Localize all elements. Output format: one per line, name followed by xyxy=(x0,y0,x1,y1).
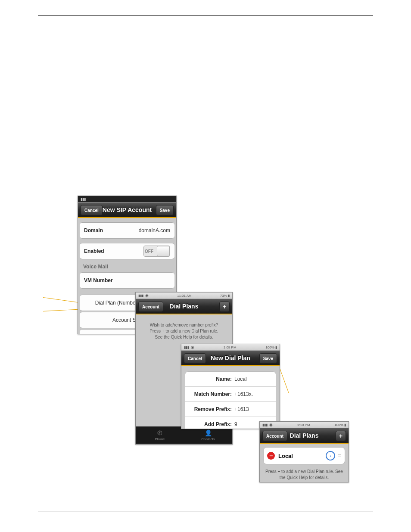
domain-label: Domain xyxy=(84,227,103,233)
contacts-icon: 👤 xyxy=(205,429,212,436)
vm-number-label: VM Number xyxy=(84,277,113,283)
nav-title: Dial Plans xyxy=(290,432,319,439)
disclosure-icon[interactable]: › xyxy=(326,451,335,460)
cancel-button[interactable]: Cancel xyxy=(184,353,206,364)
match-number-value: +1613x. xyxy=(234,391,253,397)
nav-bar: Cancel New Dial Plan Save xyxy=(181,351,280,366)
domain-row[interactable]: Domain domainA.com xyxy=(80,222,174,239)
tab-phone[interactable]: ✆ Phone xyxy=(136,426,184,444)
match-number-label: Match Number: xyxy=(190,391,232,397)
status-bar: ▮▮▮ ◉ 1:10 PM 100% ▮ xyxy=(260,422,349,428)
screen-new-dial-plan: ▮▮▮ ◉ 1:09 PM 100% ▮ Cancel New Dial Pla… xyxy=(181,344,280,429)
wifi-icon: ◉ xyxy=(269,423,273,427)
status-time: 1:09 PM xyxy=(224,345,237,349)
signal-icon: ▮▮▮ xyxy=(262,423,268,427)
reorder-icon[interactable]: ≡ xyxy=(338,452,341,459)
voicemail-section-title: Voice Mail xyxy=(78,260,176,271)
remove-prefix-row[interactable]: Remove Prefix: +1613 xyxy=(185,402,276,417)
nav-title: New Dial Plan xyxy=(211,355,250,361)
footer-divider xyxy=(38,511,373,511)
add-prefix-label: Add Prefix: xyxy=(190,421,232,427)
header-divider xyxy=(38,15,373,16)
add-button[interactable]: + xyxy=(219,302,230,312)
name-label: Name: xyxy=(190,376,232,382)
tab-phone-label: Phone xyxy=(155,437,165,441)
domain-value: domainA.com xyxy=(139,227,170,233)
battery-icon: 100% ▮ xyxy=(334,423,346,427)
status-bar: ▮▮▮ ◉ 11:01 AM 73% ▮ xyxy=(136,292,232,299)
battery-icon: 73% ▮ xyxy=(220,294,230,298)
dial-plan-list-item[interactable]: − Local › ≡ xyxy=(263,447,345,464)
hint-text: Wish to add/remove number prefix? Press … xyxy=(136,314,232,348)
nav-bar: Account Dial Plans + xyxy=(136,299,232,314)
match-number-row[interactable]: Match Number: +1613x. xyxy=(185,387,276,402)
add-prefix-value: 9 xyxy=(234,421,237,427)
hint-text: Press + to add a new Dial Plan rule. See… xyxy=(260,468,349,482)
nav-title: New SIP Account xyxy=(103,206,152,213)
remove-prefix-value: +1613 xyxy=(234,406,249,412)
tab-contacts-label: Contacts xyxy=(201,437,215,441)
back-account-button[interactable]: Account xyxy=(138,302,163,312)
nav-bar: Cancel New SIP Account Save xyxy=(78,202,176,218)
signal-icon: ▮▮▮ xyxy=(184,345,189,349)
signal-icon: ▮▮▮ xyxy=(138,294,143,298)
name-value: Local xyxy=(234,376,247,382)
vm-number-row[interactable]: VM Number xyxy=(80,272,174,289)
status-time: 1:10 PM xyxy=(297,423,310,427)
delete-icon[interactable]: − xyxy=(267,452,275,460)
save-button[interactable]: Save xyxy=(156,205,174,215)
screen-dial-plans-list: ▮▮▮ ◉ 1:10 PM 100% ▮ Account Dial Plans … xyxy=(259,421,349,482)
cancel-button[interactable]: Cancel xyxy=(81,205,103,215)
back-account-button[interactable]: Account xyxy=(262,431,287,441)
status-time: 11:01 AM xyxy=(177,294,192,298)
phone-icon: ✆ xyxy=(157,429,162,436)
nav-bar: Account Dial Plans + xyxy=(260,428,349,444)
wifi-icon: ◉ xyxy=(191,345,194,349)
dial-plan-item-label: Local xyxy=(278,453,293,459)
battery-icon: 100% ▮ xyxy=(265,345,277,349)
tab-contacts[interactable]: 👤 Contacts xyxy=(184,426,232,444)
wifi-icon: ◉ xyxy=(145,293,149,298)
toggle-knob xyxy=(157,246,170,256)
save-button[interactable]: Save xyxy=(259,353,277,364)
tab-bar: ✆ Phone 👤 Contacts xyxy=(136,426,232,444)
remove-prefix-label: Remove Prefix: xyxy=(190,406,232,412)
dial-plan-form: Name: Local Match Number: +1613x. Remove… xyxy=(185,371,276,429)
nav-title: Dial Plans xyxy=(170,303,199,310)
signal-icon: ▮▮▮ xyxy=(81,197,86,201)
enabled-row[interactable]: Enabled OFF xyxy=(80,243,174,259)
status-bar: ▮▮▮ ◉ 1:09 PM 100% ▮ xyxy=(181,344,280,351)
add-button[interactable]: + xyxy=(336,431,346,441)
enabled-toggle[interactable]: OFF xyxy=(143,246,170,257)
status-bar: ▮▮▮ xyxy=(78,196,176,202)
enabled-label: Enabled xyxy=(84,248,104,254)
name-row[interactable]: Name: Local xyxy=(185,372,276,387)
toggle-state: OFF xyxy=(145,249,156,254)
